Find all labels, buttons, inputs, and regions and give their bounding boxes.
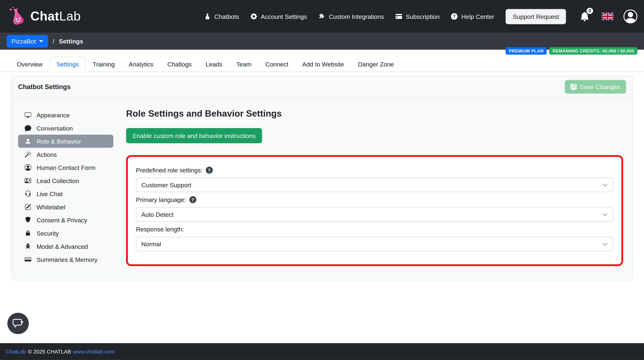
- card-title: Chatbot Settings: [18, 83, 71, 90]
- support-request-button[interactable]: Support Request: [506, 9, 566, 24]
- sidebar-item-label: Model & Advanced: [36, 243, 88, 250]
- tab-add-to-website[interactable]: Add to Website: [295, 57, 351, 72]
- sidebar-item-label: Actions: [36, 151, 57, 158]
- nav-label: Help Center: [461, 13, 494, 20]
- sidebar-item-model-advanced[interactable]: Model & Advanced: [18, 240, 114, 253]
- contact-card-icon: [25, 177, 31, 184]
- field-label-row: Primary language:: [136, 196, 613, 203]
- predefined-role-select[interactable]: Customer Support: [136, 178, 613, 192]
- sidebar-item-label: Lead Collection: [36, 177, 79, 184]
- sidebar-item-whitelabel[interactable]: Whitelabel: [18, 200, 114, 214]
- memory-icon: [25, 256, 31, 263]
- sidebar-item-label: Summaries & Memory: [36, 256, 98, 263]
- enable-custom-role-button[interactable]: Enable custom role and behavior instruct…: [126, 128, 262, 143]
- nav-label: Account Settings: [261, 13, 307, 20]
- sidebar-item-label: Whitelabel: [36, 203, 66, 210]
- help-icon[interactable]: [206, 167, 213, 174]
- remaining-credits-badge: REMAINING CREDITS: 50,000 / 50,000: [549, 47, 638, 55]
- sidebar-item-actions[interactable]: Actions: [18, 148, 114, 161]
- notification-count-badge: 0: [586, 7, 593, 14]
- breadcrumb-current-page: Settings: [59, 38, 83, 45]
- plan-badges: PREMIUM PLAN REMAINING CREDITS: 50,000 /…: [506, 47, 637, 55]
- predefined-role-field: Predefined role settings: Customer Suppo…: [136, 167, 613, 192]
- nav-item-subscription[interactable]: Subscription: [396, 13, 440, 20]
- chevron-down-icon: [602, 182, 608, 188]
- primary-language-select[interactable]: Auto Detect: [136, 207, 613, 222]
- tab-danger-zone[interactable]: Danger Zone: [351, 57, 401, 72]
- select-value: Customer Support: [141, 181, 191, 189]
- select-value: Auto Detect: [141, 211, 174, 218]
- sidebar-item-role-behavior[interactable]: Role & Behavior: [18, 135, 114, 148]
- credit-card-icon: [396, 13, 402, 20]
- field-label: Primary language:: [136, 196, 186, 203]
- person-circle-icon: [624, 9, 638, 23]
- sidebar-item-label: Conversation: [36, 125, 73, 132]
- footer-website-link[interactable]: www.chatlab.com: [73, 349, 114, 355]
- chat-widget-button[interactable]: [8, 313, 29, 334]
- field-label-row: Response length:: [136, 226, 613, 233]
- footer-brand-link[interactable]: ChatLab: [6, 349, 26, 355]
- chatlab-logo-flask-icon: [6, 5, 29, 27]
- nav-item-chatbots[interactable]: Chatbots: [204, 13, 239, 20]
- bot-name: PizzaBot: [12, 38, 36, 45]
- chevron-down-icon: [602, 241, 608, 247]
- select-value: Normal: [141, 241, 161, 248]
- tab-team[interactable]: Team: [230, 57, 258, 72]
- breadcrumb-separator: /: [53, 38, 54, 45]
- tab-connect[interactable]: Connect: [258, 57, 295, 72]
- nav-item-account-settings[interactable]: Account Settings: [250, 13, 307, 20]
- caret-down-icon: [39, 40, 43, 42]
- save-icon: [570, 84, 576, 90]
- tab-overview[interactable]: Overview: [10, 57, 50, 72]
- pencil-square-icon: [25, 204, 31, 210]
- rocket-icon: [25, 243, 31, 250]
- save-changes-button[interactable]: Save Changes: [565, 80, 626, 94]
- shield-icon: [25, 217, 31, 223]
- sidebar-item-appearance[interactable]: Appearance: [18, 108, 114, 121]
- brand-name: ChatLab: [30, 9, 81, 24]
- language-flag-uk-icon[interactable]: [602, 12, 614, 20]
- bot-selector-dropdown[interactable]: PizzaBot: [6, 35, 48, 48]
- help-icon[interactable]: [189, 196, 196, 203]
- chatlab-logo[interactable]: ChatLab: [6, 5, 81, 27]
- tab-training[interactable]: Training: [86, 57, 122, 72]
- sidebar-item-label: Appearance: [36, 111, 70, 118]
- chat-help-icon: [12, 318, 24, 329]
- puzzle-icon: [318, 13, 325, 20]
- sidebar-item-consent-privacy[interactable]: Consent & Privacy: [18, 214, 114, 227]
- user-avatar[interactable]: [624, 9, 638, 23]
- sidebar-item-label: Human Contact Form: [36, 164, 96, 171]
- sidebar-item-live-chat[interactable]: Live Chat: [18, 187, 114, 200]
- sidebar-item-human-contact-form[interactable]: Human Contact Form: [18, 161, 114, 174]
- sidebar-item-label: Role & Behavior: [36, 138, 81, 145]
- sidebar-item-security[interactable]: Security: [18, 227, 114, 240]
- tab-settings[interactable]: Settings: [50, 57, 86, 72]
- flask-icon: [204, 13, 210, 20]
- sidebar-item-conversation[interactable]: Conversation: [18, 121, 114, 135]
- chatbot-settings-card: Chatbot Settings Save Changes Appearance: [11, 76, 633, 280]
- brand-name-light: Lab: [59, 9, 81, 23]
- sidebar-item-label: Consent & Privacy: [36, 217, 87, 224]
- tab-leads[interactable]: Leads: [198, 57, 230, 72]
- sidebar-item-lead-collection[interactable]: Lead Collection: [18, 174, 114, 187]
- chat-bubble-icon: [25, 125, 31, 131]
- sidebar-item-summaries-memory[interactable]: Summaries & Memory: [18, 253, 114, 266]
- nav-label: Custom Integrations: [329, 13, 384, 20]
- top-navbar: ChatLab Chatbots Account Settings Custom…: [0, 0, 644, 33]
- highlighted-settings-panel: Predefined role settings: Customer Suppo…: [126, 155, 623, 266]
- card-body: Appearance Conversation Role & Behavior: [12, 98, 632, 280]
- nav-item-custom-integrations[interactable]: Custom Integrations: [318, 13, 384, 20]
- question-circle-icon: [451, 13, 458, 20]
- card-header: Chatbot Settings Save Changes: [12, 76, 632, 98]
- response-length-field: Response length: Normal: [136, 226, 613, 251]
- tab-analytics[interactable]: Analytics: [122, 57, 160, 72]
- tab-chatlogs[interactable]: Chatlogs: [160, 57, 198, 72]
- magic-wand-icon: [25, 151, 31, 158]
- response-length-select[interactable]: Normal: [136, 237, 613, 251]
- chatlab-app: ChatLab Chatbots Account Settings Custom…: [0, 0, 644, 360]
- nav-item-help-center[interactable]: Help Center: [451, 13, 494, 20]
- person-circle-icon: [25, 164, 31, 171]
- brand-name-bold: Chat: [30, 9, 59, 23]
- notifications-button[interactable]: 0: [580, 12, 589, 21]
- premium-plan-badge: PREMIUM PLAN: [506, 47, 547, 55]
